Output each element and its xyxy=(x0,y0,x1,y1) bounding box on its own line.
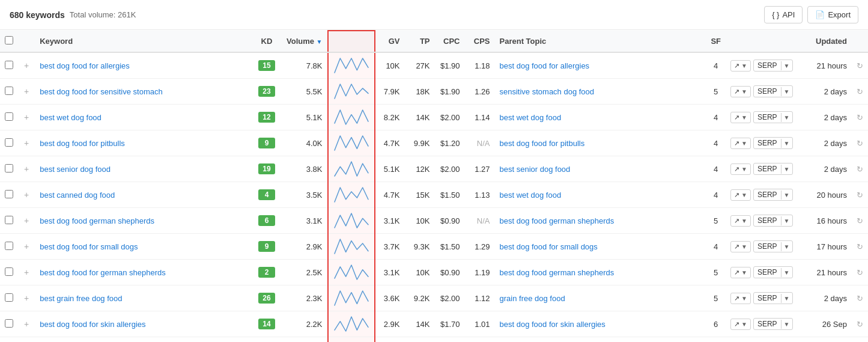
col-header-kd[interactable]: KD xyxy=(252,31,282,52)
kd-badge-1: 23 xyxy=(258,86,275,97)
trend-button-2[interactable]: ↗ ▼ xyxy=(730,112,751,123)
col-header-cpc[interactable]: CPC xyxy=(435,31,465,52)
refresh-button-7[interactable]: ↻ xyxy=(857,242,863,251)
add-keyword-btn-9[interactable]: + xyxy=(23,293,30,303)
row-checkbox-4[interactable] xyxy=(5,164,13,173)
row-checkbox-10[interactable] xyxy=(5,319,13,328)
row-checkbox-5[interactable] xyxy=(5,190,13,198)
trend-button-3[interactable]: ↗ ▼ xyxy=(730,138,751,149)
row-checkbox-8[interactable] xyxy=(5,267,13,276)
refresh-button-10[interactable]: ↻ xyxy=(857,320,863,329)
parent-link-8[interactable]: best dog food german shepherds xyxy=(500,268,615,277)
parent-link-1[interactable]: sensitive stomach dog food xyxy=(500,87,595,96)
add-keyword-btn-8[interactable]: + xyxy=(23,267,30,277)
serp-button-0[interactable]: SERP ▼ xyxy=(753,60,793,72)
serp-button-5[interactable]: SERP ▼ xyxy=(753,189,793,201)
col-header-gv[interactable]: GV xyxy=(375,31,405,52)
add-keyword-btn-4[interactable]: + xyxy=(23,164,30,174)
add-keyword-btn-3[interactable]: + xyxy=(23,138,30,148)
refresh-button-6[interactable]: ↻ xyxy=(857,216,863,225)
trend-button-4[interactable]: ↗ ▼ xyxy=(730,163,751,175)
keyword-link-2[interactable]: best wet dog food xyxy=(40,113,102,122)
serp-button-3[interactable]: SERP ▼ xyxy=(753,137,793,149)
trend-button-5[interactable]: ↗ ▼ xyxy=(730,189,751,201)
row-trend-8[interactable] xyxy=(328,260,375,286)
api-button[interactable]: { } API xyxy=(764,6,803,23)
refresh-button-8[interactable]: ↻ xyxy=(857,268,863,277)
parent-link-5[interactable]: best wet dog food xyxy=(500,191,562,200)
refresh-button-5[interactable]: ↻ xyxy=(857,191,863,200)
trend-button-1[interactable]: ↗ ▼ xyxy=(730,86,751,97)
keyword-link-7[interactable]: best dog food for small dogs xyxy=(40,242,138,251)
add-keyword-btn-10[interactable]: + xyxy=(23,319,30,329)
refresh-button-1[interactable]: ↻ xyxy=(857,87,863,96)
row-checkbox-2[interactable] xyxy=(5,112,13,121)
keyword-link-1[interactable]: best dog food for sensitive stomach xyxy=(40,87,163,96)
row-trend-7[interactable] xyxy=(328,234,375,260)
row-trend-3[interactable] xyxy=(328,130,375,156)
add-keyword-btn-6[interactable]: + xyxy=(23,216,30,225)
parent-link-2[interactable]: best wet dog food xyxy=(500,113,562,122)
row-trend-9[interactable] xyxy=(328,286,375,311)
keyword-link-5[interactable]: best canned dog food xyxy=(40,191,115,200)
add-keyword-btn-5[interactable]: + xyxy=(23,190,30,200)
parent-link-9[interactable]: grain free dog food xyxy=(500,294,565,303)
trend-button-6[interactable]: ↗ ▼ xyxy=(730,215,751,227)
row-trend-5[interactable] xyxy=(328,182,375,208)
select-all-checkbox[interactable] xyxy=(5,36,13,44)
row-checkbox-0[interactable] xyxy=(5,61,13,69)
serp-button-4[interactable]: SERP ▼ xyxy=(753,163,793,175)
row-checkbox-3[interactable] xyxy=(5,138,13,147)
serp-button-10[interactable]: SERP ▼ xyxy=(753,318,793,330)
refresh-button-2[interactable]: ↻ xyxy=(857,113,863,122)
parent-link-4[interactable]: best senior dog food xyxy=(500,165,571,174)
row-checkbox-7[interactable] xyxy=(5,242,13,250)
add-keyword-btn-1[interactable]: + xyxy=(23,87,30,96)
serp-button-2[interactable]: SERP ▼ xyxy=(753,111,793,123)
row-trend-0[interactable] xyxy=(328,52,375,79)
serp-button-6[interactable]: SERP ▼ xyxy=(753,215,793,227)
parent-link-3[interactable]: best dog food for pitbulls xyxy=(500,139,585,148)
trend-button-7[interactable]: ↗ ▼ xyxy=(730,241,751,252)
row-trend-6[interactable] xyxy=(328,208,375,234)
refresh-button-9[interactable]: ↻ xyxy=(857,294,863,303)
trend-button-9[interactable]: ↗ ▼ xyxy=(730,293,751,304)
keyword-link-0[interactable]: best dog food for allergies xyxy=(40,61,130,70)
add-keyword-btn-0[interactable]: + xyxy=(23,61,30,70)
parent-link-10[interactable]: best dog food for skin allergies xyxy=(500,320,605,329)
trend-button-8[interactable]: ↗ ▼ xyxy=(730,267,751,278)
refresh-button-0[interactable]: ↻ xyxy=(857,61,863,70)
row-trend-1[interactable] xyxy=(328,79,375,105)
trend-button-0[interactable]: ↗ ▼ xyxy=(730,60,751,72)
keyword-link-9[interactable]: best grain free dog food xyxy=(40,294,122,303)
refresh-button-4[interactable]: ↻ xyxy=(857,165,863,174)
row-trend-11[interactable] xyxy=(328,337,375,343)
parent-link-6[interactable]: best dog food german shepherds xyxy=(500,216,615,225)
serp-button-8[interactable]: SERP ▼ xyxy=(753,266,793,278)
keyword-link-8[interactable]: best dog food for german shepherds xyxy=(40,268,166,277)
row-checkbox-6[interactable] xyxy=(5,216,13,224)
parent-link-0[interactable]: best dog food for allergies xyxy=(500,61,590,70)
serp-button-7[interactable]: SERP ▼ xyxy=(753,240,793,252)
row-trend-4[interactable] xyxy=(328,156,375,182)
col-header-sf[interactable]: SF xyxy=(706,31,726,52)
add-keyword-btn-7[interactable]: + xyxy=(23,242,30,251)
keyword-link-10[interactable]: best dog food for skin allergies xyxy=(40,320,145,329)
export-button[interactable]: 📄 Export xyxy=(807,6,858,23)
keyword-link-6[interactable]: best dog food german shepherds xyxy=(40,216,154,225)
add-keyword-btn-2[interactable]: + xyxy=(23,112,30,122)
col-header-tp[interactable]: TP xyxy=(405,31,435,52)
col-header-volume[interactable]: Volume ▼ xyxy=(282,31,328,52)
row-checkbox-1[interactable] xyxy=(5,87,13,95)
row-trend-2[interactable] xyxy=(328,105,375,130)
serp-button-1[interactable]: SERP ▼ xyxy=(753,85,793,97)
trend-button-10[interactable]: ↗ ▼ xyxy=(730,319,751,330)
row-checkbox-9[interactable] xyxy=(5,293,13,302)
keyword-link-3[interactable]: best dog food for pitbulls xyxy=(40,139,125,148)
parent-link-7[interactable]: best dog food for small dogs xyxy=(500,242,598,251)
col-header-cps[interactable]: CPS xyxy=(465,31,495,52)
serp-button-9[interactable]: SERP ▼ xyxy=(753,292,793,304)
refresh-button-3[interactable]: ↻ xyxy=(857,139,863,148)
row-trend-10[interactable] xyxy=(328,311,375,337)
keyword-link-4[interactable]: best senior dog food xyxy=(40,165,111,174)
